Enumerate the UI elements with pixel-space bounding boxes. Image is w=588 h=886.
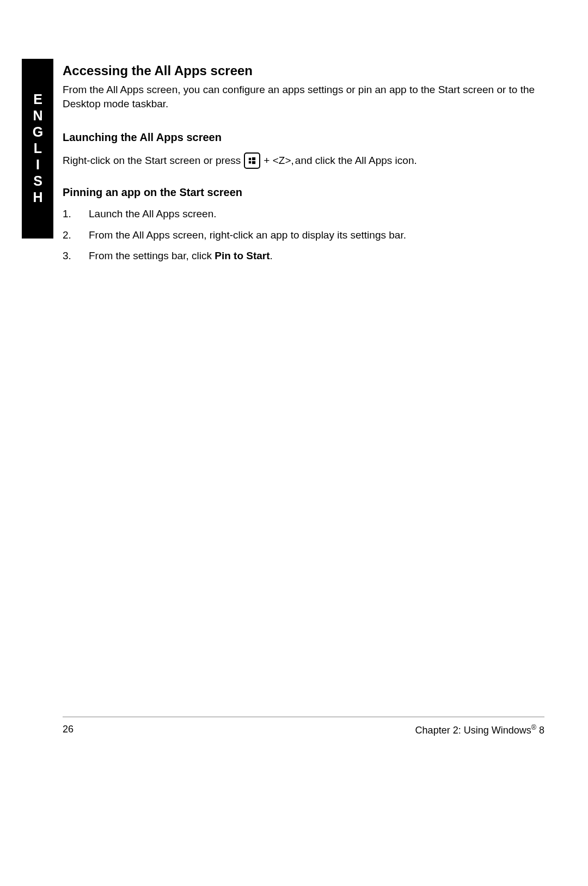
section-intro: From the All Apps screen, you can config… [63,83,544,111]
page-footer: 26 Chapter 2: Using Windows® 8 [63,717,544,736]
chapter-label: Chapter 2: Using Windows® 8 [415,724,544,736]
main-content: Accessing the All Apps screen From the A… [63,63,544,270]
pinning-steps-list: 1. Launch the All Apps screen. 2. From t… [63,206,544,264]
step-text: From the settings bar, click Pin to Star… [89,248,544,264]
svg-rect-3 [252,161,255,164]
launching-key-combo: + <Z>, [264,154,293,168]
launching-title: Launching the All Apps screen [63,131,544,144]
launching-post-text: and click the All Apps icon. [295,154,417,168]
step-number: 3. [63,248,89,264]
registered-mark: ® [531,724,536,731]
launching-pre-text: Right-click on the Start screen or press [63,154,241,168]
chapter-pre: Chapter 2: Using Windows [415,725,531,736]
windows-key-icon [244,152,260,169]
svg-rect-2 [249,161,251,163]
list-item: 2. From the All Apps screen, right-click… [63,228,544,243]
step3-bold: Pin to Start [215,250,270,261]
step-text: From the All Apps screen, right-click an… [89,228,544,243]
svg-rect-0 [249,158,251,160]
step-number: 1. [63,206,89,222]
launching-instruction: Right-click on the Start screen or press… [63,151,544,168]
step3-post: . [270,250,273,261]
language-label: ENGLISH [30,91,46,206]
document-page: ENGLISH Accessing the All Apps screen Fr… [0,0,588,886]
language-sidebar: ENGLISH [22,59,53,239]
pinning-title: Pinning an app on the Start screen [63,186,544,199]
list-item: 1. Launch the All Apps screen. [63,206,544,222]
section-title: Accessing the All Apps screen [63,63,544,78]
svg-rect-1 [252,157,255,160]
step3-pre: From the settings bar, click [89,250,215,261]
list-item: 3. From the settings bar, click Pin to S… [63,248,544,264]
page-number: 26 [63,724,74,736]
chapter-post: 8 [536,725,544,736]
step-text: Launch the All Apps screen. [89,206,544,222]
step-number: 2. [63,228,89,243]
